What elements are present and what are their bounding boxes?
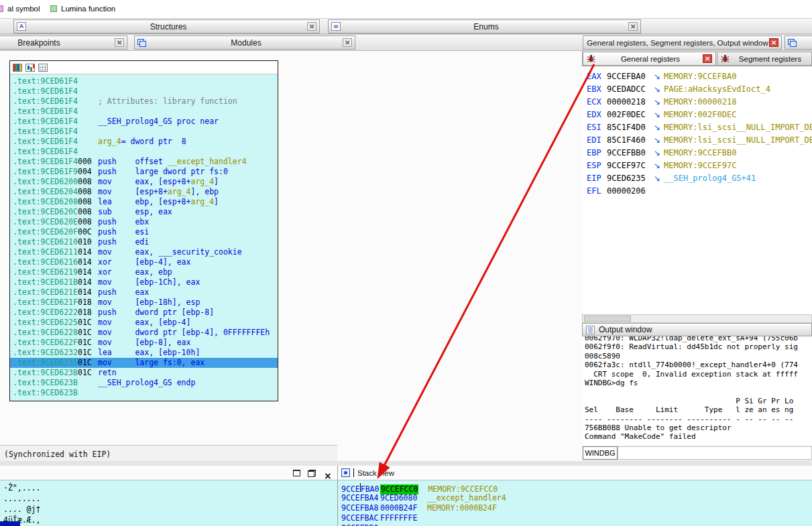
register-row[interactable]: ESP9CCEF97C↘MEMORY:9CCEF97C — [587, 159, 812, 172]
structures-pane-titlebar[interactable]: Structures — [13, 19, 320, 34]
stack-row[interactable]: 9CCEFBA80000B24FMEMORY:0000B24F — [338, 503, 812, 513]
disasm-line[interactable]: .text:9CED620F00Cpush esi — [10, 227, 278, 237]
register-value[interactable]: 00000206 — [607, 185, 654, 198]
close-icon[interactable] — [307, 22, 316, 31]
hexdump-line[interactable]: .... @j† — [3, 504, 337, 515]
register-link[interactable]: MEMORY:9CCEF97C — [664, 161, 736, 170]
stack-row[interactable]: 9CCEFBB0 — [338, 523, 812, 526]
disassembly-window[interactable]: .text:9CED61F4.text:9CED61F4.text:9CED61… — [9, 60, 278, 401]
enums-pane-titlebar[interactable]: Enums — [328, 19, 641, 34]
register-link[interactable]: MEMORY:lsi_scsi__NULL_IMPORT_DESC — [664, 135, 812, 145]
stack-value[interactable]: 0000B24F — [380, 503, 418, 513]
disasm-line[interactable]: .text:9CED6216014xor [ebp-4], eax — [10, 257, 278, 267]
tab-general-registers[interactable]: General registers — [583, 52, 716, 66]
close-icon[interactable] — [115, 38, 124, 47]
register-value[interactable]: 9CCEFBA0 — [607, 70, 654, 83]
register-row[interactable]: ESI85C1F4D0↘MEMORY:lsi_scsi__NULL_IMPORT… — [587, 121, 812, 134]
disasm-line[interactable]: .text:9CED623B — [10, 388, 278, 398]
disasm-line[interactable]: .text:9CED61F4 — [10, 147, 278, 157]
horizontal-scrollbar[interactable] — [582, 314, 812, 323]
register-row[interactable]: EDX002F0DEC↘MEMORY:002F0DEC — [587, 109, 812, 121]
register-link[interactable]: MEMORY:9CCEFBB0 — [664, 148, 736, 157]
disasm-line[interactable]: .text:9CED6210010push edi — [10, 237, 278, 247]
register-value[interactable]: 9CEDADCC — [607, 83, 654, 96]
register-value[interactable]: 9CCEFBB0 — [607, 147, 654, 159]
scrollbar-thumb[interactable] — [584, 316, 631, 322]
output-window-header[interactable]: Output window — [582, 323, 812, 336]
stack-note[interactable]: MEMORY:0000B24F — [427, 503, 497, 513]
disasm-line[interactable]: .text:9CED6208008lea ebp, [esp+8+arg_4] — [10, 197, 278, 207]
register-value[interactable]: 00000218 — [607, 96, 654, 109]
disasm-line[interactable]: .text:9CED623B__SEH_prolog4_GS endp — [10, 378, 278, 388]
maximize-icon[interactable] — [293, 470, 300, 476]
disasm-line[interactable]: .text:9CED623B01Cretn — [10, 368, 278, 378]
disasm-line[interactable]: .text:9CED61F4 — [10, 76, 278, 86]
stack-row[interactable]: 9CCEFBA09CCEFCC0MEMORY:9CCEFCC0 — [338, 483, 812, 493]
register-value[interactable]: 85C1F460 — [607, 134, 654, 147]
close-icon[interactable] — [343, 38, 352, 47]
register-row[interactable]: EIP9CED6235↘__SEH_prolog4_GS+41 — [587, 172, 812, 185]
stack-view-titlebar[interactable]: Stack view — [338, 466, 812, 480]
disasm-line[interactable]: .text:9CED620C008sub esp, eax — [10, 207, 278, 217]
stack-value[interactable]: 9CED6080 — [380, 493, 418, 503]
tab-segment-registers[interactable]: Segment registers — [717, 52, 812, 66]
register-group-titlebar[interactable]: General registers, Segment registers, Ou… — [583, 36, 782, 50]
disasm-line[interactable]: .text:9CED622801Cmov dword ptr [ebp-4], … — [10, 328, 278, 338]
command-input[interactable] — [618, 446, 812, 460]
hexdump-line[interactable]: 4üÎæ.Æ., — [3, 515, 337, 525]
hex-window-titlebar[interactable] — [0, 466, 337, 480]
disasm-line[interactable]: .text:9CED621F018mov [ebp-18h], esp — [10, 298, 278, 308]
disasm-line[interactable]: .text:9CED6219014xor eax, ebp — [10, 267, 278, 277]
disasm-line[interactable]: .text:9CED623501Cmov large fs:0, eax — [10, 358, 278, 368]
register-row[interactable]: EDI85C1F460↘MEMORY:lsi_scsi__NULL_IMPORT… — [587, 134, 812, 147]
register-row[interactable]: EAX9CCEFBA0↘MEMORY:9CCEFBA0 — [587, 70, 812, 83]
stack-note[interactable]: MEMORY:9CCEFCC0 — [428, 484, 498, 494]
register-value[interactable]: 002F0DEC — [607, 109, 654, 121]
disasm-line[interactable]: .text:9CED622501Cmov eax, [ebp-4] — [10, 318, 278, 328]
disasm-line[interactable]: .text:9CED61F4__SEH_prolog4_GS proc near — [10, 117, 278, 127]
register-link[interactable]: MEMORY:9CCEFBA0 — [664, 72, 736, 81]
register-link[interactable]: MEMORY:00000218 — [664, 97, 736, 107]
register-link[interactable]: PAGE:aHacksysEvdIoct_4 — [664, 84, 770, 94]
register-value[interactable]: 9CED6235 — [607, 172, 654, 185]
close-icon[interactable] — [769, 38, 778, 47]
disasm-line[interactable]: .text:9CED6222018push dword ptr [ebp-8] — [10, 308, 278, 318]
hexdump-line[interactable]: ·Ž",.... — [3, 482, 337, 493]
splitter[interactable] — [0, 461, 812, 466]
disasm-line[interactable]: .text:9CED620E008push ebx — [10, 217, 278, 227]
stack-value[interactable]: FFFFFFFE — [380, 513, 418, 523]
register-link[interactable]: MEMORY:lsi_scsi__NULL_IMPORT_DESC — [664, 123, 812, 132]
breakpoints-pane-titlebar[interactable]: Breakpoints — [0, 36, 127, 50]
disasm-line[interactable]: .text:9CED61F4000push offset __except_ha… — [10, 157, 278, 167]
restore-icon[interactable] — [308, 470, 316, 477]
disasm-line[interactable]: .text:9CED61F4; Attributes: library func… — [10, 96, 278, 107]
register-link[interactable]: MEMORY:002F0DEC — [664, 110, 736, 119]
disasm-line[interactable]: .text:9CED61F4arg_4= dword ptr 8 — [10, 137, 278, 147]
stack-row[interactable]: 9CCEFBACFFFFFFFE — [338, 513, 812, 523]
disasm-line[interactable]: .text:9CED61F4 — [10, 86, 278, 96]
register-row[interactable]: EFL00000206 — [587, 185, 812, 198]
output-log[interactable]: 0062f970: WLDAP32!ldap_delete_ext_sA+94 … — [582, 336, 812, 446]
register-value[interactable]: 85C1F4D0 — [607, 121, 654, 134]
disasm-line[interactable]: .text:9CED621B014mov [ebp-1Ch], eax — [10, 277, 278, 287]
windows-list-tab[interactable] — [785, 36, 812, 50]
disasm-line[interactable]: .text:9CED61F4 — [10, 127, 278, 137]
register-value[interactable]: 9CCEF97C — [607, 159, 654, 172]
close-icon[interactable] — [703, 54, 712, 63]
register-row[interactable]: EBX9CEDADCC↘PAGE:aHacksysEvdIoct_4 — [587, 83, 812, 96]
stack-row[interactable]: 9CCEFBA49CED6080__except_handler4 — [338, 493, 812, 503]
disasm-line[interactable]: .text:9CED6200008mov eax, [esp+8+arg_4] — [10, 177, 278, 187]
hex-dump-panel[interactable]: ·Ž",................ @j†4üÎæ.Æ., — [0, 480, 337, 526]
modules-pane-titlebar[interactable]: Modules — [134, 36, 355, 50]
hexdump-line[interactable]: ........ — [3, 493, 337, 504]
disasm-line[interactable]: .text:9CED6211014mov eax, ___security_co… — [10, 247, 278, 257]
disasm-line[interactable]: .text:9CED61F4 — [10, 107, 278, 117]
stack-note[interactable]: __except_handler4 — [427, 493, 506, 503]
disasm-line[interactable]: .text:9CED623201Clea eax, [ebp-10h] — [10, 348, 278, 358]
register-row[interactable]: EBP9CCEFBB0↘MEMORY:9CCEFBB0 — [587, 147, 812, 159]
register-link[interactable]: __SEH_prolog4_GS+41 — [664, 174, 756, 183]
disasm-line[interactable]: .text:9CED6204008mov [esp+8+arg_4], ebp — [10, 187, 278, 197]
disasm-line[interactable]: .text:9CED61F9004push large dword ptr fs… — [10, 167, 278, 177]
palette-icon[interactable] — [13, 64, 22, 72]
disasm-line[interactable]: .text:9CED622F01Cmov [ebp-8], eax — [10, 338, 278, 348]
